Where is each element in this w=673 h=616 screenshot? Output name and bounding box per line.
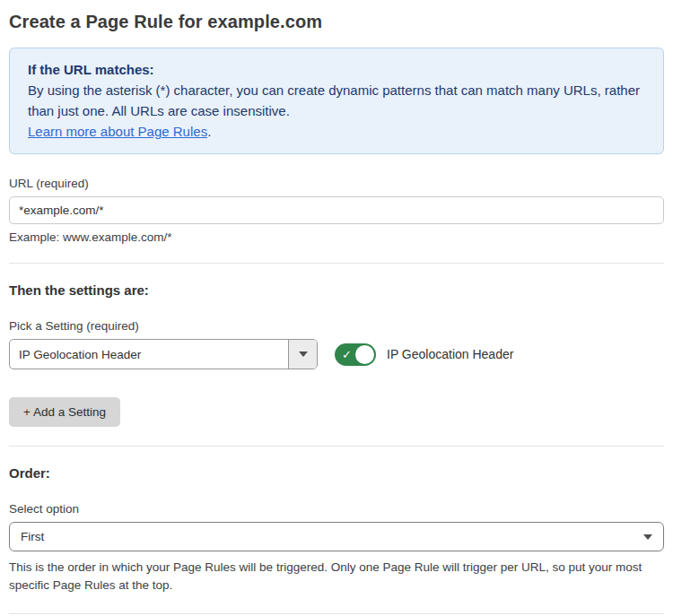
page-rule-form: Create a Page Rule for example.com If th…: [0, 0, 673, 616]
setting-dropdown-button[interactable]: [288, 340, 317, 369]
toggle-knob: [355, 345, 374, 364]
info-box-link-line: Learn more about Page Rules.: [28, 121, 645, 142]
page-title: Create a Page Rule for example.com: [9, 12, 664, 32]
learn-more-link[interactable]: Learn more about Page Rules: [28, 124, 207, 139]
select-arrow-icon: [643, 534, 652, 540]
info-box-body: By using the asterisk (*) character, you…: [28, 80, 645, 121]
select-option-label: Select option: [9, 502, 664, 516]
setting-row: IP Geolocation Header ✓ IP Geolocation H…: [9, 339, 664, 369]
url-match-info-box: If the URL matches: By using the asteris…: [9, 48, 664, 154]
ip-geolocation-toggle[interactable]: ✓: [335, 343, 376, 366]
order-section-heading: Order:: [9, 465, 664, 481]
pick-setting-label: Pick a Setting (required): [9, 319, 664, 333]
info-box-heading: If the URL matches:: [28, 59, 645, 80]
divider: [9, 446, 664, 447]
setting-dropdown-value: IP Geolocation Header: [10, 340, 288, 369]
settings-section-heading: Then the settings are:: [9, 282, 664, 298]
order-select[interactable]: First: [9, 522, 664, 551]
chevron-down-icon: [299, 351, 308, 357]
checkmark-icon: ✓: [342, 349, 352, 360]
url-label: URL (required): [9, 177, 664, 190]
link-suffix: .: [207, 124, 211, 139]
url-input[interactable]: [9, 196, 664, 224]
setting-dropdown[interactable]: IP Geolocation Header: [9, 339, 318, 369]
add-setting-button[interactable]: + Add a Setting: [9, 397, 120, 427]
url-example-text: Example: www.example.com/*: [9, 230, 664, 244]
order-select-value: First: [21, 530, 44, 543]
toggle-label: IP Geolocation Header: [387, 347, 513, 361]
divider: [9, 613, 664, 614]
divider: [9, 263, 664, 264]
order-helper-text: This is the order in which your Page Rul…: [9, 559, 664, 594]
